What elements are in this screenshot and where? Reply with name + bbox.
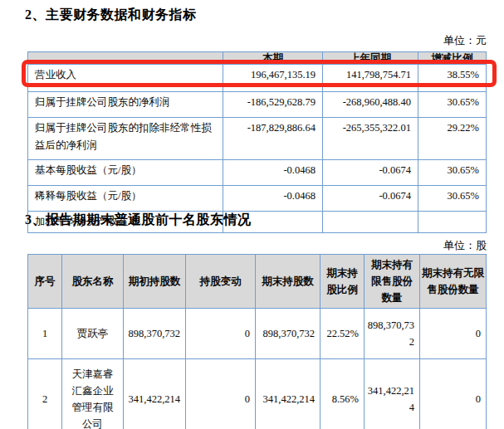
value-change: 29.22% bbox=[418, 118, 487, 160]
col-header-share-change: 持股变动 bbox=[186, 255, 256, 309]
col-header-shareholder-name: 股东名称 bbox=[62, 255, 124, 309]
shareholders-table-header-row: 序号 股东名称 期初持股数 持股变动 期末持股数 期末持股比例 期末持有限售股份… bbox=[28, 255, 487, 309]
initial-shares: 898,370,732 bbox=[124, 309, 186, 359]
shareholder-name: 天津嘉睿汇鑫企业管理有限公司 bbox=[62, 359, 124, 429]
col-header-unrestricted-shares: 期末持有无限售股份数量 bbox=[420, 255, 487, 309]
report-page: 2、主要财务数据和财务指标 单位：元 本期 上年同期 增减比例 营业收入 196… bbox=[0, 0, 504, 429]
value-change: 30.65% bbox=[418, 160, 487, 186]
share-change: 0 bbox=[186, 309, 256, 359]
value-change bbox=[418, 212, 487, 233]
unit-label-share: 单位：股 bbox=[443, 238, 487, 253]
value-prior bbox=[323, 212, 418, 233]
top-shareholders-table: 序号 股东名称 期初持股数 持股变动 期末持股数 期末持股比例 期末持有限售股份… bbox=[27, 254, 487, 429]
table-row-diluted-eps: 稀释每股收益（元/股） -0.0468 -0.0674 30.65% bbox=[28, 186, 487, 212]
col-header-restricted-shares: 期末持有限售股份数量 bbox=[365, 255, 420, 309]
row-label: 稀释每股收益（元/股） bbox=[28, 186, 223, 212]
value-prior: -268,960,488.40 bbox=[323, 92, 418, 118]
shareholder-index: 2 bbox=[28, 359, 62, 429]
table-row-net-profit-excl-nonrecurring: 归属于挂牌公司股东的扣除非经常性损益后的净利润 -187,829,886.64 … bbox=[28, 118, 487, 160]
shareholder-name: 贾跃亭 bbox=[62, 309, 124, 359]
col-header-index: 序号 bbox=[28, 255, 62, 309]
row-label: 归属于挂牌公司股东的净利润 bbox=[28, 92, 223, 118]
highlight-annotation-box bbox=[22, 60, 497, 87]
final-ratio: 8.56% bbox=[321, 359, 365, 429]
share-change: 0 bbox=[186, 359, 256, 429]
final-shares: 341,422,214 bbox=[256, 359, 321, 429]
value-current: -0.0468 bbox=[223, 160, 323, 186]
shareholder-row: 2 天津嘉睿汇鑫企业管理有限公司 341,422,214 0 341,422,2… bbox=[28, 359, 487, 429]
value-current: -186,529,628.79 bbox=[223, 92, 323, 118]
value-prior: -0.0674 bbox=[323, 186, 418, 212]
col-header-initial-shares: 期初持股数 bbox=[124, 255, 186, 309]
unit-label-yuan: 单位：元 bbox=[443, 33, 487, 48]
final-shares: 898,370,732 bbox=[256, 309, 321, 359]
value-prior: -0.0674 bbox=[323, 160, 418, 186]
initial-shares: 341,422,214 bbox=[124, 359, 186, 429]
unrestricted-shares: 0 bbox=[420, 309, 487, 359]
table-row-basic-eps: 基本每股收益（元/股） -0.0468 -0.0674 30.65% bbox=[28, 160, 487, 186]
shareholder-row: 1 贾跃亭 898,370,732 0 898,370,732 22.52% 8… bbox=[28, 309, 487, 359]
value-change: 30.65% bbox=[418, 186, 487, 212]
unrestricted-shares: 0 bbox=[420, 359, 487, 429]
col-header-final-ratio: 期末持股比例 bbox=[321, 255, 365, 309]
final-ratio: 22.52% bbox=[321, 309, 365, 359]
section-shareholders-title: 3、报告期期末普通股前十名股东情况 bbox=[25, 212, 252, 229]
value-prior: -265,355,322.01 bbox=[323, 118, 418, 160]
section-financial-title: 2、主要财务数据和财务指标 bbox=[25, 7, 197, 24]
value-current: -0.0468 bbox=[223, 186, 323, 212]
row-label: 基本每股收益（元/股） bbox=[28, 160, 223, 186]
table-row-net-profit: 归属于挂牌公司股东的净利润 -186,529,628.79 -268,960,4… bbox=[28, 92, 487, 118]
restricted-shares: 341,422,214 bbox=[365, 359, 420, 429]
row-label: 归属于挂牌公司股东的扣除非经常性损益后的净利润 bbox=[28, 118, 223, 160]
value-change: 30.65% bbox=[418, 92, 487, 118]
value-current: -187,829,886.64 bbox=[223, 118, 323, 160]
col-header-final-shares: 期末持股数 bbox=[256, 255, 321, 309]
restricted-shares: 898,370,732 bbox=[365, 309, 420, 359]
shareholder-index: 1 bbox=[28, 309, 62, 359]
